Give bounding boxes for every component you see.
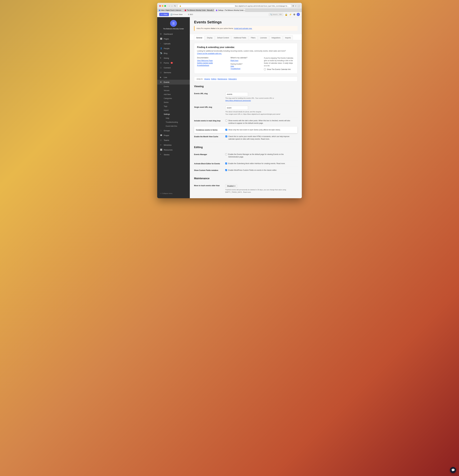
minimize-button[interactable] [162,5,163,7]
browser-tab-intercom[interactable]: Inbox | Digital Church | Intercom [157,9,183,12]
sidebar-logo: ☰ The Believers Worship Center [157,17,190,32]
label-cell: Single event URL slug [194,104,222,117]
label-cell: Events URL slug [194,90,222,104]
tabs-icon[interactable]: ⬜ [297,5,300,7]
events-manager-checkbox[interactable] [225,153,227,155]
troubleshoot-link[interactable]: Troubleshoot [230,68,261,70]
block-editor-checkbox-row: Enable the Gutenberg block editor interf… [225,162,295,165]
groups-icon: ◌ [160,129,162,132]
search-box[interactable]: 🔍 Search... ⌘K [269,13,283,16]
sidebar-item-live[interactable]: ▶ Live [157,75,190,80]
block-editor-label: Enable the Gutenberg block editor interf… [228,162,285,165]
back-button[interactable]: ‹ [168,5,170,7]
sidebar-item-blog[interactable]: 📡 Blog [157,51,190,56]
tab-default-content[interactable]: Default Content [215,35,231,40]
knowledgebase-link[interactable]: Knowledgebase [197,64,228,66]
tab-imports[interactable]: Imports [283,35,293,40]
custom-fields-checkbox[interactable] [225,169,227,171]
view-welcome-link[interactable]: View Welcome Page [197,60,228,62]
address-bar[interactable]: 🔒 tbwc.digitalchurch.app/wp-admin/edit.p… [178,4,291,8]
sub-nav-troubleshooting[interactable]: Troubleshooting [157,120,190,124]
sidebar-item-resources[interactable]: ⬜ Resources [157,147,190,152]
sidebar-item-giving[interactable]: ♥ Giving [157,56,190,60]
include-events-label: Show events with the site's other posts.… [228,119,295,124]
seo-item[interactable]: ☰ SEO [188,14,193,16]
sub-nav-event-addons[interactable]: Event Add-Ons [157,124,190,128]
chat-icon: 💬 [451,468,455,472]
sidebar-item-uploads[interactable]: ↑ Uploads [157,41,190,46]
show-calendar-link-checkbox[interactable] [264,68,266,70]
events-url-link[interactable]: https://tbwc.digitalchurch.app/events/ [225,100,251,101]
sidebar-item-stories[interactable]: ❝ Stories [157,152,190,157]
settings-icon[interactable]: ⚙ [293,13,295,16]
sidebar-item-people[interactable]: 👤 People [157,46,190,51]
tab-integrations[interactable]: Integrations [269,35,283,40]
share-icon[interactable]: ⬆ [292,5,294,7]
tab-display[interactable]: Display [205,35,215,40]
finding-card-link[interactable]: Check out the available add-ons. [197,52,222,54]
new-button[interactable]: + + New [159,13,169,16]
sidebar-item-label: Dashboard [164,33,173,35]
sidebar-item-label: Events [164,81,169,83]
toolbar-separator: — [184,13,186,16]
forward-button[interactable]: › [171,5,173,7]
settings-label: Events URL slug [194,93,208,94]
calendar-col-title: Where's my calendar? [230,57,261,59]
tab-filters[interactable]: Filters [249,35,258,40]
sidebar-item-teams[interactable]: ◻ Teams [157,138,190,143]
reload-button[interactable]: ↻ [174,5,177,7]
disabled-select[interactable]: Disabled ▾ [225,184,237,188]
block-editor-checkbox[interactable] [225,162,227,164]
sidebar-item-prayer[interactable]: 💬 Prayer [157,133,190,138]
sidebar-item-groups[interactable]: ◌ Groups [157,128,190,133]
notice-link[interactable]: Install and activate now. [234,27,252,29]
sub-nav-import[interactable]: Import [157,108,190,112]
tab-additional-fields[interactable]: Additional Fields [231,35,248,40]
search-icon: 🔍 [270,14,272,15]
sub-nav-series[interactable]: Series [157,100,190,104]
table-row: Show Custom Fields metabox Enable WordPr… [194,167,298,174]
jump-viewing[interactable]: Viewing [204,78,210,80]
new-tab-icon[interactable]: + [295,5,296,7]
jump-editing[interactable]: Editing [211,78,216,80]
security-icon[interactable]: 🔒 [285,13,288,16]
browser-tab-settings[interactable]: Settings « The Believers Worship Center … [214,9,245,12]
right-here-link[interactable]: Right here [230,60,261,62]
getting-started-link[interactable]: Getting started guide [197,62,228,64]
sub-nav-add-new[interactable]: Add New [157,93,190,96]
sidebar-item-forms[interactable]: ☰ Forms 1 [157,60,190,65]
events-url-slug-input[interactable] [225,92,248,96]
events-manager-checkbox-row: Enable the Events Manager as the default… [225,153,295,158]
sidebar-item-connect[interactable]: ◻ Connect [157,65,190,70]
sidebar-item-dashboard[interactable]: ⊞ Dashboard [157,32,190,36]
sub-nav-help[interactable]: Help [157,116,190,120]
close-button[interactable] [159,5,161,7]
sidebar-item-sermons[interactable]: ◻ Sermons [157,70,190,75]
condense-events-checkbox[interactable] [225,129,227,131]
sidebar-item-pages[interactable]: ⬜ Pages [157,36,190,41]
single-event-url-slug-input[interactable] [225,106,248,110]
include-events-checkbox[interactable] [225,120,227,121]
chat-button[interactable]: 💬 [450,467,456,473]
tab-general[interactable]: General [194,35,204,40]
sidebar-item-events[interactable]: ⊞ Events [157,80,190,85]
user-avatar[interactable]: U [297,13,300,16]
collapse-icon: ◁ [160,192,161,194]
sub-nav-categories[interactable]: Categories [157,96,190,100]
smart-slider-item[interactable]: 🔄 8 Smart Slider [170,14,183,16]
browser-tab-asana[interactable]: The Believers Worship Center - Manually … [183,9,214,12]
month-cache-checkbox[interactable] [225,136,227,137]
value-cell: The slug used for building the events UR… [222,90,298,104]
maximize-button[interactable] [164,5,166,7]
lightning-icon[interactable]: ⚡ [289,13,292,16]
sub-nav-settings[interactable]: Settings [157,112,190,116]
tab-licenses[interactable]: Licenses [258,35,269,40]
jump-maintenance[interactable]: Maintenance [218,78,227,80]
sub-nav-venues[interactable]: Venues [157,88,190,93]
jump-debugging[interactable]: Debugging [228,78,237,80]
sub-nav-tags[interactable]: Tags [157,104,190,108]
help-link[interactable]: Help [230,65,261,67]
collapse-menu-button[interactable]: ◁ Collapse menu [157,191,190,196]
sidebar-item-ministries[interactable]: ✏ Ministries [157,143,190,147]
sub-nav-events-list[interactable]: Events [157,85,190,88]
